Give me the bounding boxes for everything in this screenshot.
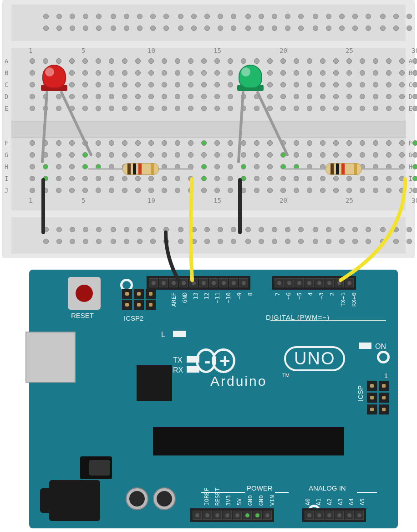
rail-hole[interactable] bbox=[178, 14, 183, 19]
pin-~10[interactable] bbox=[219, 278, 228, 287]
tie-hole[interactable] bbox=[373, 82, 378, 87]
rail-hole[interactable] bbox=[56, 239, 62, 244]
rail-hole[interactable] bbox=[218, 26, 223, 31]
pin-2[interactable] bbox=[325, 278, 334, 287]
rail-hole[interactable] bbox=[352, 14, 358, 19]
tie-hole[interactable] bbox=[188, 106, 193, 111]
tie-hole[interactable] bbox=[56, 176, 61, 181]
rail-hole[interactable] bbox=[70, 239, 75, 244]
rail-hole[interactable] bbox=[352, 26, 358, 31]
rail-hole[interactable] bbox=[137, 227, 142, 232]
tie-hole[interactable] bbox=[320, 140, 325, 146]
tie-hole[interactable] bbox=[175, 188, 180, 193]
tie-hole[interactable] bbox=[148, 94, 154, 99]
rail-hole[interactable] bbox=[83, 227, 88, 232]
tie-hole[interactable] bbox=[162, 188, 167, 193]
rail-hole[interactable] bbox=[83, 239, 88, 244]
tie-hole[interactable] bbox=[56, 188, 61, 193]
tie-hole[interactable] bbox=[148, 188, 154, 193]
tie-hole[interactable] bbox=[214, 58, 220, 64]
tie-hole[interactable] bbox=[201, 176, 207, 181]
tie-hole[interactable] bbox=[148, 152, 154, 158]
tie-hole[interactable] bbox=[109, 176, 114, 181]
rail-hole[interactable] bbox=[298, 26, 304, 31]
tie-hole[interactable] bbox=[412, 70, 417, 76]
rail-hole[interactable] bbox=[43, 14, 49, 19]
analog-header[interactable] bbox=[302, 508, 366, 522]
tie-hole[interactable] bbox=[294, 188, 299, 193]
tie-hole[interactable] bbox=[307, 176, 312, 181]
tie-hole[interactable] bbox=[346, 70, 352, 76]
rail-hole[interactable] bbox=[245, 239, 251, 244]
tie-hole[interactable] bbox=[30, 58, 35, 64]
tie-hole[interactable] bbox=[360, 70, 365, 76]
rail-hole[interactable] bbox=[326, 14, 331, 19]
tie-hole[interactable] bbox=[148, 140, 154, 146]
rail-hole[interactable] bbox=[43, 239, 49, 244]
tie-hole[interactable] bbox=[254, 188, 259, 193]
rail-hole[interactable] bbox=[56, 227, 62, 232]
tie-hole[interactable] bbox=[69, 70, 75, 76]
tie-hole[interactable] bbox=[69, 58, 75, 64]
tie-hole[interactable] bbox=[294, 82, 299, 87]
tie-hole[interactable] bbox=[214, 94, 220, 99]
rail-hole[interactable] bbox=[124, 14, 129, 19]
rail-hole[interactable] bbox=[191, 14, 197, 19]
rail-hole[interactable] bbox=[259, 14, 264, 19]
rail-hole[interactable] bbox=[407, 26, 412, 31]
tie-hole[interactable] bbox=[412, 164, 417, 169]
tie-hole[interactable] bbox=[228, 164, 233, 169]
tie-hole[interactable] bbox=[346, 94, 352, 99]
rail-hole[interactable] bbox=[298, 227, 304, 232]
tie-hole[interactable] bbox=[175, 58, 180, 64]
rail-hole[interactable] bbox=[96, 239, 102, 244]
tie-hole[interactable] bbox=[360, 152, 365, 158]
tie-hole[interactable] bbox=[307, 70, 312, 76]
rail-hole[interactable] bbox=[204, 239, 210, 244]
tie-hole[interactable] bbox=[333, 82, 339, 87]
tie-hole[interactable] bbox=[135, 152, 141, 158]
tie-hole[interactable] bbox=[30, 140, 35, 146]
rail-hole[interactable] bbox=[313, 26, 318, 31]
rail-hole[interactable] bbox=[339, 26, 345, 31]
tie-hole[interactable] bbox=[294, 58, 299, 64]
icsp2-header[interactable] bbox=[122, 289, 157, 310]
tie-hole[interactable] bbox=[162, 106, 167, 111]
tie-hole[interactable] bbox=[373, 140, 378, 146]
rail-hole[interactable] bbox=[285, 26, 290, 31]
tie-hole[interactable] bbox=[412, 176, 417, 181]
rail-hole[interactable] bbox=[70, 26, 75, 31]
tie-hole[interactable] bbox=[373, 94, 378, 99]
rail-hole[interactable] bbox=[137, 14, 142, 19]
tie-hole[interactable] bbox=[201, 164, 207, 169]
rail-hole[interactable] bbox=[150, 227, 156, 232]
rail-hole[interactable] bbox=[111, 26, 116, 31]
rail-hole[interactable] bbox=[96, 227, 102, 232]
rail-hole[interactable] bbox=[191, 26, 197, 31]
rail-hole[interactable] bbox=[245, 14, 251, 19]
tie-hole[interactable] bbox=[188, 82, 193, 87]
pin-GND[interactable] bbox=[243, 511, 252, 520]
tie-hole[interactable] bbox=[122, 152, 127, 158]
tie-hole[interactable] bbox=[135, 188, 141, 193]
rail-hole[interactable] bbox=[272, 227, 277, 232]
pin-4[interactable] bbox=[305, 278, 314, 287]
tie-hole[interactable] bbox=[333, 70, 339, 76]
tie-hole[interactable] bbox=[109, 152, 114, 158]
tie-hole[interactable] bbox=[201, 82, 207, 87]
tie-hole[interactable] bbox=[162, 82, 167, 87]
tie-hole[interactable] bbox=[373, 70, 378, 76]
rail-hole[interactable] bbox=[204, 14, 210, 19]
tie-hole[interactable] bbox=[386, 58, 392, 64]
tie-hole[interactable] bbox=[399, 82, 405, 87]
tie-hole[interactable] bbox=[135, 70, 141, 76]
rail-hole[interactable] bbox=[43, 26, 49, 31]
tie-hole[interactable] bbox=[280, 188, 286, 193]
tie-hole[interactable] bbox=[30, 106, 35, 111]
tie-hole[interactable] bbox=[148, 58, 154, 64]
tie-hole[interactable] bbox=[122, 58, 127, 64]
tie-hole[interactable] bbox=[96, 70, 101, 76]
tie-hole[interactable] bbox=[307, 152, 312, 158]
tie-hole[interactable] bbox=[346, 106, 352, 111]
tie-hole[interactable] bbox=[201, 94, 207, 99]
